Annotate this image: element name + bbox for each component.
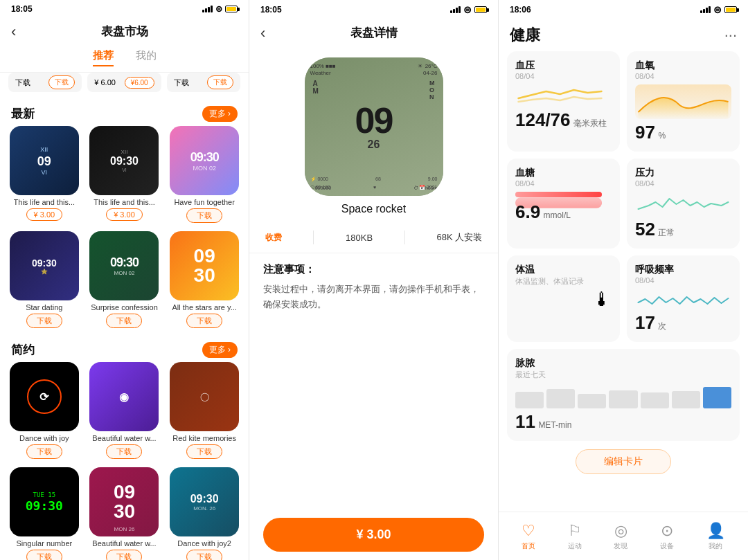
buy-bar: ¥ 3.00 (249, 509, 498, 560)
watch-label-10: Singular number (16, 539, 72, 548)
more-btn-latest[interactable]: 更多 › (202, 106, 238, 122)
steps-value: 11 (515, 411, 535, 432)
market-scroll[interactable]: 下载 下载 ¥ 6.00 ¥6.00 下载 下载 最新 更多 › XII (0, 73, 249, 560)
nav-device[interactable]: ⊙ 设备 (653, 518, 681, 555)
card-pressure[interactable]: 压力 08/04 52 正常 (627, 159, 740, 249)
watch-thumb-10: TUE 15 09:30 (10, 467, 79, 536)
status-icons-3: ⊜ (700, 4, 737, 15)
nav-header-2: ‹ 表盘详情 (249, 19, 498, 46)
download-btn-7[interactable]: 下载 (26, 444, 62, 459)
nav-discover-label: 发现 (614, 541, 627, 551)
download-btn-11[interactable]: 下载 (106, 550, 142, 560)
nav-home-label: 首页 (522, 541, 535, 551)
watch-top-bar: 100% ■■■ ☀26°C (310, 63, 438, 69)
bp-chart (515, 84, 612, 105)
watch-thumb-7: ⟳ (10, 362, 79, 431)
notice-text: 安装过程中，请勿离开本界面，请勿操作手机和手表，确保安装成功。 (263, 282, 484, 312)
watch-am: AM (313, 80, 319, 95)
edit-cards-button[interactable]: 编辑卡片 (576, 449, 671, 474)
download-btn-12[interactable]: 下载 (186, 550, 222, 560)
watch-item-4[interactable]: 09:30 ⭐ Star dating 下载 (8, 231, 80, 328)
buy-button[interactable]: ¥ 3.00 (263, 518, 484, 552)
watch-label-11: Beautiful water w... (92, 539, 156, 548)
watch-label-12: Dance with joy2 (177, 539, 231, 548)
watch-item-12[interactable]: 09:30 MON. 26 Dance with joy2 下载 (168, 467, 240, 560)
watch-item-2[interactable]: XII 09:30 VI This life and this... ¥ 3.0… (89, 126, 161, 223)
watch-item-1[interactable]: XII 09 VI This life and this... ¥ 3.00 (8, 126, 80, 223)
watch-item-3[interactable]: 09:30 MON 02 Have fun together 下载 (168, 126, 240, 223)
nav-discover[interactable]: ◎ 发现 (607, 518, 634, 555)
steps-unit: MET-min (538, 420, 571, 430)
health-grid: 血压 08/04 124/76 毫米汞柱 血氧 08/04 (507, 51, 740, 441)
battery-icon-3 (724, 6, 737, 13)
top-item-label-1: 下载 (15, 78, 30, 88)
pressure-title: 压力 (635, 167, 731, 179)
back-button-1[interactable]: ‹ (11, 23, 16, 41)
watch-item-5[interactable]: 09:30 MON 02 Surprise confession 下载 (89, 231, 161, 328)
download-btn-10[interactable]: 下载 (26, 550, 62, 560)
battery-icon (225, 6, 238, 12)
bo-unit: % (658, 131, 666, 141)
download-btn-6[interactable]: 下载 (186, 314, 222, 328)
breath-value: 17 (635, 312, 655, 333)
price-btn-2[interactable]: ¥ 3.00 (106, 208, 143, 221)
meta-installs: 68K 人安装 (436, 231, 482, 244)
top-price-btn[interactable]: ¥6.00 (125, 77, 154, 89)
watch-label-5: Surprise confession (91, 303, 158, 311)
watch-thumb-12: 09:30 MON. 26 (170, 467, 239, 536)
download-btn-9[interactable]: 下载 (186, 444, 222, 459)
card-blood-pressure[interactable]: 血压 08/04 124/76 毫米汞柱 (507, 51, 620, 152)
bs-unit: mmol/L (544, 210, 571, 220)
discover-icon: ◎ (614, 522, 627, 540)
health-scroll[interactable]: 血压 08/04 124/76 毫米汞柱 血氧 08/04 (499, 51, 748, 535)
meta-fee: 收费 (265, 232, 282, 244)
watch-item-11[interactable]: 0930 MON 26 Beautiful water w... 下载 (89, 467, 161, 560)
watch-item-7[interactable]: ⟳ Dance with joy 下载 (8, 362, 80, 459)
page-title-2: 表盘详情 (350, 25, 398, 41)
top-dl-btn-3[interactable]: 下载 (207, 75, 233, 89)
card-breath-rate[interactable]: 呼吸频率 08/04 17 次 (627, 255, 740, 342)
pressure-value: 52 (635, 219, 655, 240)
watch-item-9[interactable]: ◯ Red kite memories 下载 (168, 362, 240, 459)
notice-title: 注意事项： (263, 263, 484, 276)
watch-thumb-6: 0930 (170, 231, 239, 300)
top-dl-btn-1[interactable]: 下载 (48, 75, 75, 89)
back-button-2[interactable]: ‹ (260, 24, 265, 42)
nav-header-1: ‹ 表盘市场 (0, 18, 249, 45)
download-btn-5[interactable]: 下载 (106, 314, 142, 328)
step-bar-4 (609, 390, 637, 408)
meta-divider-1 (313, 231, 314, 244)
card-blood-oxygen[interactable]: 血氧 08/04 97 (627, 51, 740, 152)
more-btn-simple[interactable]: 更多 › (202, 342, 238, 358)
watch-item-6[interactable]: 0930 All the stars are y... 下载 (168, 231, 240, 328)
top-item-price: ¥ 6.00 (94, 78, 116, 87)
price-btn-1[interactable]: ¥ 3.00 (26, 208, 63, 221)
card-temperature[interactable]: 体温 体温监测、体温记录 🌡 (507, 255, 620, 342)
step-bar-6 (672, 391, 700, 408)
step-bar-1 (515, 392, 544, 409)
time-1: 18:05 (11, 4, 33, 14)
tab-recommended[interactable]: 推荐 (93, 49, 114, 66)
bs-title: 血糖 (515, 167, 612, 179)
download-btn-8[interactable]: 下载 (106, 444, 142, 459)
download-btn-4[interactable]: 下载 (26, 314, 62, 328)
top-item-3: 下载 下载 (167, 73, 240, 92)
watch-item-10[interactable]: TUE 15 09:30 Singular number 下载 (8, 467, 80, 560)
top-item-2: ¥ 6.00 ¥6.00 (87, 73, 161, 92)
watch-item-8[interactable]: ◉ Beautiful water w... 下载 (89, 362, 161, 459)
nav-sport[interactable]: ⚐ 运动 (561, 518, 589, 555)
bs-value: 6.9 (515, 201, 540, 222)
watch-label-4: Star dating (26, 303, 62, 311)
nav-home[interactable]: ♡ 首页 (515, 518, 542, 555)
p3-more-icon[interactable]: ··· (724, 26, 737, 44)
card-steps[interactable]: 脉脓 最近七天 11 MET-min (507, 349, 740, 441)
watch-label-7: Dance with joy (19, 434, 69, 442)
nav-profile[interactable]: 👤 我的 (700, 518, 732, 555)
watch-inner: 100% ■■■ ☀26°C Weather04-26 AM MON 09 26… (305, 57, 443, 196)
card-blood-sugar[interactable]: 血糖 08/04 6.9 mmol/L (507, 159, 620, 249)
meta-fee-label: 收费 (265, 233, 282, 242)
download-btn-3[interactable]: 下载 (186, 208, 222, 223)
nav-sport-label: 运动 (568, 541, 582, 551)
tab-mine[interactable]: 我的 (136, 49, 157, 66)
section-header-latest: 最新 更多 › (0, 99, 249, 126)
